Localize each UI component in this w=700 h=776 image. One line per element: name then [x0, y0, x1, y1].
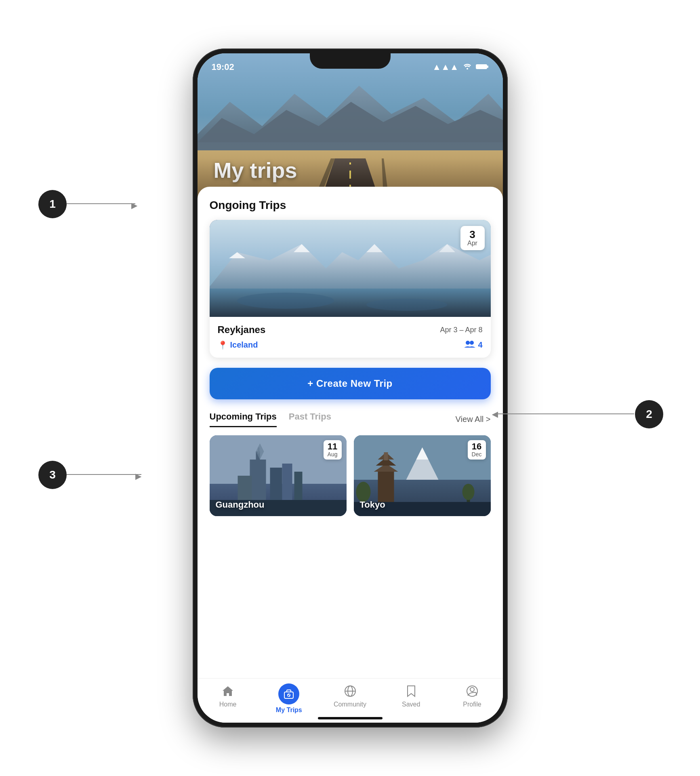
content-area: Ongoing Trips — [198, 187, 503, 678]
trip-location-name: Iceland — [230, 340, 258, 350]
svg-point-54 — [470, 687, 474, 692]
upcoming-trips-grid: 11 Aug Guangzhou — [210, 435, 491, 516]
tokyo-name: Tokyo — [360, 500, 385, 510]
home-indicator — [318, 717, 383, 719]
svg-point-44 — [356, 482, 370, 502]
date-badge-day: 3 — [466, 229, 479, 240]
ongoing-trip-card[interactable]: 3 Apr Reykjanes Apr 3 – Apr 8 📍 Icel — [210, 220, 491, 358]
trip-card-image: 3 Apr — [210, 220, 491, 317]
nav-saved[interactable]: Saved — [380, 683, 441, 708]
annotation-1: 1 — [38, 190, 67, 218]
guangzhou-month: Aug — [328, 451, 338, 458]
svg-rect-3 — [487, 65, 488, 68]
svg-rect-2 — [476, 65, 486, 69]
annotation-1-line — [67, 203, 135, 204]
guangzhou-day: 11 — [328, 442, 338, 451]
guangzhou-name: Guangzhou — [216, 500, 265, 510]
my-trips-nav-label: My Trips — [276, 706, 302, 714]
hero-section: My trips — [198, 53, 503, 207]
trips-tabs: Upcoming Trips Past Trips View All > — [210, 411, 491, 427]
create-trip-button[interactable]: + Create New Trip — [210, 368, 491, 399]
battery-icon — [476, 62, 489, 72]
profile-nav-icon — [465, 683, 480, 699]
tab-past[interactable]: Past Trips — [289, 411, 331, 427]
svg-point-21 — [466, 341, 470, 345]
saved-nav-icon — [404, 683, 419, 699]
ongoing-trips-title: Ongoing Trips — [210, 199, 491, 212]
home-nav-label: Home — [219, 701, 237, 708]
tokyo-date-badge: 16 Dec — [468, 440, 486, 460]
annotation-3-arrow: ▶ — [135, 471, 141, 481]
annotation-3-line — [67, 474, 141, 475]
upcoming-trip-guangzhou[interactable]: 11 Aug Guangzhou — [210, 435, 347, 516]
saved-nav-label: Saved — [402, 701, 420, 708]
annotation-2-arrow: ▶ — [492, 411, 498, 420]
nav-profile[interactable]: Profile — [441, 683, 502, 708]
trip-dates: Apr 3 – Apr 8 — [440, 326, 482, 334]
members-icon — [464, 340, 475, 350]
trip-member-count: 4 — [478, 340, 482, 350]
date-badge-month: Apr — [466, 240, 479, 247]
tokyo-month: Dec — [472, 451, 482, 458]
guangzhou-date-badge: 11 Aug — [324, 440, 342, 460]
annotation-1-arrow: ▶ — [131, 200, 137, 210]
upcoming-trip-tokyo[interactable]: 16 Dec Tokyo — [354, 435, 491, 516]
svg-rect-42 — [384, 452, 388, 460]
trip-members: 4 — [464, 340, 482, 350]
nav-home[interactable]: Home — [198, 683, 259, 708]
wifi-icon — [463, 62, 472, 72]
status-icons: ▲▲▲ — [432, 62, 488, 72]
signal-icon: ▲▲▲ — [432, 62, 458, 72]
scene: 1 ▶ 2 ▶ 3 ▶ 19:02 ▲▲▲ — [0, 0, 700, 776]
home-nav-icon — [220, 683, 235, 699]
phone-frame: 19:02 ▲▲▲ — [193, 48, 508, 728]
trip-card-footer: 📍 Iceland — [218, 340, 483, 350]
trip-location: 📍 Iceland — [218, 340, 258, 350]
my-trips-nav-icon — [278, 683, 299, 704]
tokyo-day: 16 — [472, 442, 482, 451]
tab-upcoming[interactable]: Upcoming Trips — [210, 411, 277, 427]
nav-my-trips[interactable]: My Trips — [259, 683, 320, 714]
trip-card-header: Reykjanes Apr 3 – Apr 8 — [218, 324, 483, 335]
ongoing-trip-date-badge: 3 Apr — [460, 226, 485, 250]
iceland-image — [210, 220, 491, 317]
annotation-3: 3 — [38, 461, 67, 489]
svg-point-22 — [470, 341, 474, 345]
status-time: 19:02 — [212, 62, 234, 72]
nav-community[interactable]: Community — [320, 683, 380, 708]
community-nav-label: Community — [334, 701, 366, 708]
svg-point-0 — [467, 68, 468, 70]
bottom-navigation: Home My Trips — [198, 678, 503, 723]
trip-name: Reykjanes — [218, 324, 266, 335]
location-pin-icon: 📍 — [218, 340, 228, 350]
annotation-2: 2 — [635, 400, 663, 428]
phone-notch — [310, 53, 391, 69]
trip-card-info: Reykjanes Apr 3 – Apr 8 📍 Iceland — [210, 317, 491, 358]
annotation-2-line — [497, 413, 634, 414]
phone-screen: 19:02 ▲▲▲ — [198, 53, 503, 723]
community-nav-icon — [343, 683, 358, 699]
svg-point-46 — [462, 484, 474, 500]
view-all-link[interactable]: View All > — [456, 415, 491, 424]
profile-nav-label: Profile — [463, 701, 481, 708]
svg-point-15 — [237, 293, 334, 309]
svg-point-16 — [366, 299, 447, 311]
